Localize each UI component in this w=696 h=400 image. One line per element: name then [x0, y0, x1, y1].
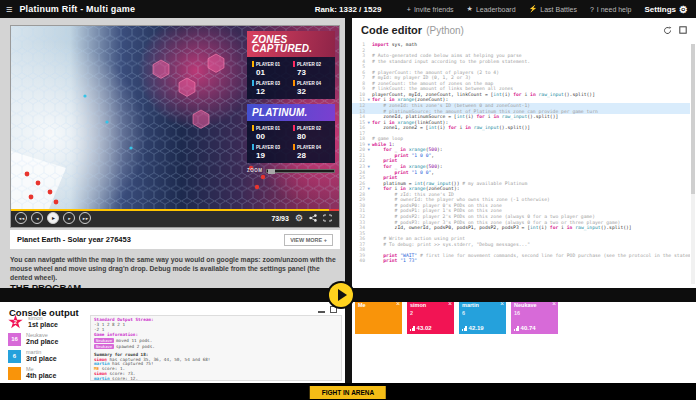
standing-text: martin3rd place	[26, 349, 57, 363]
fight-in-arena-button[interactable]: FIGHT IN ARENA	[310, 386, 386, 399]
jump-to-start-button[interactable]: ◄◄	[15, 212, 27, 224]
zoom-slider[interactable]	[266, 169, 336, 173]
zoom-slider-thumb[interactable]	[268, 169, 275, 174]
run-replay-play-button[interactable]	[329, 283, 353, 307]
top-link-invite-friends[interactable]: +Invite friends	[407, 6, 454, 13]
view-more-button[interactable]: VIEW MORE +	[284, 234, 333, 246]
player-stat-label: PLAYER 04	[297, 145, 321, 150]
expand-editor-icon[interactable]	[679, 26, 687, 34]
player-stat-value: 12	[256, 87, 289, 96]
player-name-badge: Neukave	[94, 344, 114, 350]
platinum-title: PLATINUM.	[247, 104, 335, 121]
card-player-name: Me	[358, 302, 366, 308]
code-editor-pane: Code editor (Python) 1import sys, math23…	[352, 18, 696, 288]
card-player-name: Neukave	[514, 302, 537, 308]
player-stat-label: PLAYER 02	[297, 126, 321, 131]
fullscreen-icon[interactable]	[323, 214, 332, 222]
game-viewer: ZONES CAPTURED. PLAYER 0101PLAYER 0273PL…	[10, 25, 340, 228]
standing-item[interactable]: 16Neukave2nd place	[8, 332, 58, 346]
play-pause-button[interactable]: ►	[47, 212, 59, 224]
card-player-score: 40.74	[521, 325, 536, 331]
card-player-name: martin	[462, 302, 479, 308]
hamburger-menu-icon[interactable]: ≡	[6, 0, 12, 18]
console-minimize-icon[interactable]	[318, 306, 325, 313]
card-player-score: 42.19	[469, 325, 484, 331]
leaderboard-icon: ★	[467, 5, 473, 13]
editor-scrollbar[interactable]	[691, 44, 695, 284]
share-icon[interactable]	[309, 214, 317, 222]
standing-place: 1st place	[28, 321, 58, 329]
code-line: 40 print "1 73"	[352, 258, 690, 264]
fold-arrow-icon[interactable]: ▼	[368, 120, 370, 126]
standing-place: 2nd place	[26, 338, 58, 346]
console-output-stream[interactable]: Standard Output Stream:-3 1 2 8 2 1-2 1G…	[90, 315, 342, 381]
standing-item[interactable]: 6martin3rd place	[8, 349, 58, 363]
top-link-i-need-help[interactable]: ?I need help	[590, 6, 632, 13]
code-editor-title: Code editor	[361, 24, 422, 36]
player-stat: PLAYER 0319	[252, 144, 289, 160]
player-stat-label: PLAYER 03	[256, 145, 280, 150]
fold-arrow-icon[interactable]: ▼	[368, 164, 370, 170]
viewer-pane: ZONES CAPTURED. PLAYER 0101PLAYER 0273PL…	[0, 18, 345, 288]
game-title: Platinum Rift - Multi game	[19, 4, 135, 14]
player-stat-value: 32	[297, 87, 330, 96]
viewer-overlays: ZONES CAPTURED. PLAYER 0101PLAYER 0273PL…	[247, 31, 335, 173]
settings-button[interactable]: Settings⚙	[644, 4, 688, 15]
player-rank-badge: 16	[8, 333, 21, 346]
console-maximize-icon[interactable]	[330, 306, 337, 313]
editor-scrollbar-thumb[interactable]	[691, 44, 695, 194]
player-stat: PLAYER 0432	[293, 80, 330, 96]
jump-to-end-button[interactable]: ►►	[79, 212, 91, 224]
standing-item[interactable]: Me4th place	[8, 366, 58, 380]
viewer-settings-gear-icon[interactable]: ⚙	[295, 214, 303, 223]
card-player-number: 2	[410, 310, 413, 316]
player-color-bar	[252, 61, 254, 67]
reset-code-icon[interactable]	[663, 26, 672, 35]
player-color-bar	[293, 80, 295, 86]
replay-progress-bar[interactable]	[11, 209, 339, 211]
standing-text: Neukave2nd place	[26, 332, 58, 346]
player-stat: PLAYER 0312	[252, 80, 289, 96]
player-rank-badge	[8, 367, 21, 380]
player-stat-label: PLAYER 03	[256, 81, 280, 86]
last-battles-icon: ⚡	[529, 5, 538, 13]
zoom-control: ZOOM	[247, 168, 335, 173]
fold-arrow-icon[interactable]: ▼	[368, 147, 370, 153]
zones-captured-panel: ZONES CAPTURED. PLAYER 0101PLAYER 0273PL…	[247, 31, 335, 99]
zones-captured-grid: PLAYER 0101PLAYER 0273PLAYER 0312PLAYER …	[247, 57, 335, 99]
player-stat: PLAYER 0280	[293, 125, 330, 141]
player-card-me[interactable]: Me×	[355, 300, 402, 334]
zoom-label: ZOOM	[247, 168, 263, 173]
top-link-last-battles[interactable]: ⚡Last Battles	[529, 5, 577, 13]
player-color-bar	[252, 144, 254, 150]
player-stat-label: PLAYER 04	[297, 81, 321, 86]
player-cards: Me×simon×243.02martin×642.19Neukave×1640…	[352, 300, 696, 334]
player-stat-value: 80	[297, 132, 330, 141]
top-link-leaderboard[interactable]: ★Leaderboard	[467, 5, 516, 13]
player-stat: PLAYER 0101	[252, 61, 289, 77]
player-card-martin[interactable]: martin×642.19	[459, 300, 506, 334]
player-rank-badge: 2	[8, 315, 23, 330]
step-back-button[interactable]: ◄	[31, 212, 43, 224]
platinum-grid: PLAYER 0100PLAYER 0280PLAYER 0319PLAYER …	[247, 121, 335, 163]
player-stat-value: 00	[256, 132, 289, 141]
step-forward-button[interactable]: ►	[63, 212, 75, 224]
standing-text: simon1st place	[28, 315, 58, 329]
fold-arrow-icon[interactable]: ▼	[368, 97, 370, 103]
card-player-number: 6	[462, 310, 465, 316]
game-info-line: Neukavespawned 2 pods.	[94, 344, 338, 350]
code-editor-textarea[interactable]: 1import sys, math23# Auto-generated code…	[352, 42, 690, 288]
player-stat-label: PLAYER 01	[256, 126, 280, 131]
score-chart-icon	[514, 326, 519, 331]
player-color-bar	[293, 125, 295, 131]
fold-arrow-icon[interactable]: ▼	[368, 186, 370, 192]
score-chart-icon	[410, 326, 415, 331]
standing-item[interactable]: 2simon1st place	[8, 315, 58, 329]
player-stat-value: 73	[297, 68, 330, 77]
console-output-pane: Console output 73/93 2simon1st place16Ne…	[0, 302, 345, 383]
player-card-neukave[interactable]: Neukave×1640.74	[511, 300, 558, 334]
replay-title: Planet Earth - Solar year 276453	[17, 235, 131, 244]
player-card-simon[interactable]: simon×243.02	[407, 300, 454, 334]
player-stat: PLAYER 0273	[293, 61, 330, 77]
bottom-bar: FIGHT IN ARENA	[0, 383, 696, 400]
